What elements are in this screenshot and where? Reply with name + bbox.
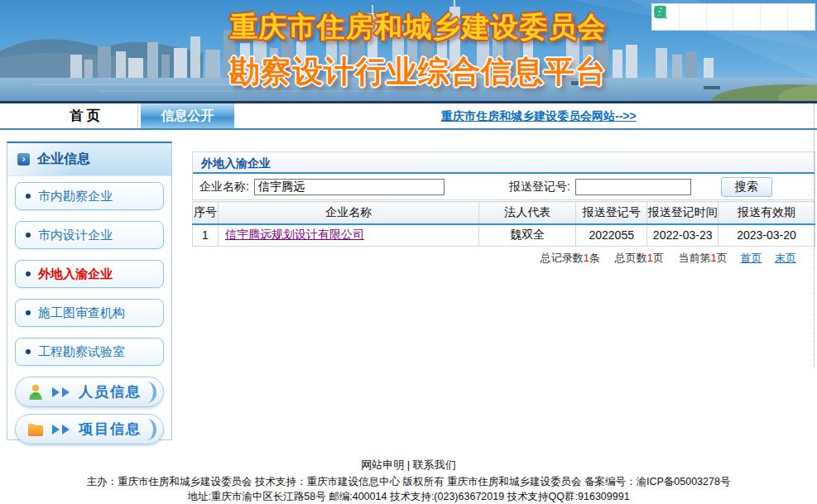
bullet-icon [26,349,31,354]
share-icon[interactable] [760,4,787,30]
company-link[interactable]: 信宇腾远规划设计有限公司 [225,228,364,241]
site-banner: 重庆市住房和城乡建设委员会 勘察设计行业综合信息平台 [0,0,817,101]
search-form: 企业名称: 报送登记号: 搜索 [193,174,815,199]
company-name-label: 企业名称: [199,180,249,194]
person-icon [26,382,46,402]
arrow-badge-icon: › [17,153,30,166]
contact-us-link[interactable]: 联系我们 [413,458,456,471]
tab-home[interactable]: 首 页 [33,103,137,128]
sidebar-item-city-design[interactable]: 市内设计企业 [15,221,164,249]
folder-icon [26,420,46,439]
tab-separator [137,103,138,128]
mobile-icon[interactable] [679,4,706,30]
settings-icon[interactable] [787,4,815,30]
footer: 网站申明 | 联系我们 主办：重庆市住房和城乡建设委员会 技术支持：重庆市建设信… [0,458,817,504]
cell-company: 信宇腾远规划设计有限公司 [218,224,478,247]
bullet-icon [26,271,31,276]
save-icon[interactable] [733,4,760,30]
chevron-right-icon [52,425,60,434]
footer-copyright: 主办：重庆市住房和城乡建设委员会 技术支持：重庆市建设信息中心 版权所有 重庆市… [0,474,817,489]
sidebar-item-label: 外地入渝企业 [38,266,113,282]
total-pages: 总页数1页 [615,252,664,264]
tab-info-disclosure[interactable]: 信息公开 [141,103,234,128]
last-page-link[interactable]: 末页 [775,252,796,264]
sidebar-item-label: 工程勘察试验室 [38,344,125,360]
bullet-icon [26,194,31,199]
content-panel: 外地入渝企业 企业名称: 报送登记号: 搜索 [192,151,815,200]
results-table: 序号 企业名称 法人代表 报送登记号 报送登记时间 报送有效期 1 信宇腾远规划… [192,201,815,247]
cell-valid-until: 2023-03-20 [718,224,815,247]
footer-separator: | [407,458,410,471]
col-valid-until: 报送有效期 [718,202,815,224]
cell-reg-date: 2022-03-23 [647,224,718,247]
main-nav: 首 页 信息公开 重庆市住房和城乡建设委员会网站-->> [0,101,817,130]
chevron-right-icon [52,387,60,397]
personnel-info-button[interactable]: 人员信息 [15,377,164,407]
arc-decoration [147,419,156,440]
total-records: 总记录数1条 [541,252,600,264]
sidebar-item-city-survey[interactable]: 市内勘察企业 [15,182,164,210]
arc-decoration [147,382,156,403]
table-row: 1 信宇腾远规划设计有限公司 魏双全 2022055 2022-03-23 20… [193,224,815,247]
site-statement-link[interactable]: 网站申明 [361,458,404,471]
chevron-right-icon [62,425,70,434]
search-button[interactable]: 搜索 [721,177,772,197]
page-title: 外地入渝企业 [193,152,815,174]
window-edge-guide [814,103,815,367]
project-info-label: 项目信息 [79,420,142,439]
banner-titles: 重庆市住房和城乡建设委员会 勘察设计行业综合信息平台 [190,0,646,93]
sidebar-section-title: 企业信息 [37,151,90,168]
cell-index: 1 [193,224,219,247]
sidebar-section-header: › 企业信息 [7,143,171,176]
bullet-icon [26,310,31,315]
footer-address: 地址:重庆市渝中区长江路58号 邮编:400014 技术支持:(023)6367… [0,489,817,504]
col-index: 序号 [193,202,219,224]
sidebar: › 企业信息 市内勘察企业 市内设计企业 外地入渝企业 施工图审查机构 [7,142,172,440]
personnel-info-label: 人员信息 [79,382,142,401]
fullscreen-icon[interactable] [706,4,733,30]
company-name-input[interactable] [254,179,445,195]
sidebar-item-outside-enterprises[interactable]: 外地入渝企业 [15,260,164,288]
cell-reg-no: 2022055 [576,224,647,247]
bullet-icon [26,233,31,238]
sidebar-item-survey-lab[interactable]: 工程勘察试验室 [15,338,164,366]
col-reg-no: 报送登记号 [576,202,647,224]
sidebar-item-label: 市内设计企业 [38,228,113,243]
sidebar-item-label: 市内勘察企业 [38,189,113,204]
site-title: 重庆市住房和城乡建设委员会 [190,8,646,46]
current-page: 当前第1页 [679,252,728,264]
browser-extension-toolbar [651,3,815,31]
pagination: 总记录数1条 总页数1页 当前第1页 首页 末页 [192,251,796,266]
cell-legal-rep: 魏双全 [479,224,576,247]
col-legal-rep: 法人代表 [479,202,576,224]
site-subtitle: 勘察设计行业综合信息平台 [190,51,646,93]
sidebar-item-drawing-review[interactable]: 施工图审查机构 [15,299,164,327]
first-page-link[interactable]: 首页 [740,252,762,264]
sidebar-item-label: 施工图审查机构 [38,305,125,321]
project-info-button[interactable]: 项目信息 [15,414,164,444]
footer-links: 网站申明 | 联系我们 [0,458,817,473]
external-site-link[interactable]: 重庆市住房和城乡建设委员会网站-->> [441,103,637,128]
page: 重庆市住房和城乡建设委员会 勘察设计行业综合信息平台 [0,0,817,504]
reg-no-input[interactable] [575,179,691,195]
sidebar-menu: 市内勘察企业 市内设计企业 外地入渝企业 施工图审查机构 工程勘察试验室 [7,176,171,366]
col-reg-date: 报送登记时间 [647,202,718,224]
table-header-row: 序号 企业名称 法人代表 报送登记号 报送登记时间 报送有效期 [193,202,815,224]
reg-no-label: 报送登记号: [509,180,570,194]
chevron-right-icon [62,387,70,397]
col-company: 企业名称 [218,202,478,224]
